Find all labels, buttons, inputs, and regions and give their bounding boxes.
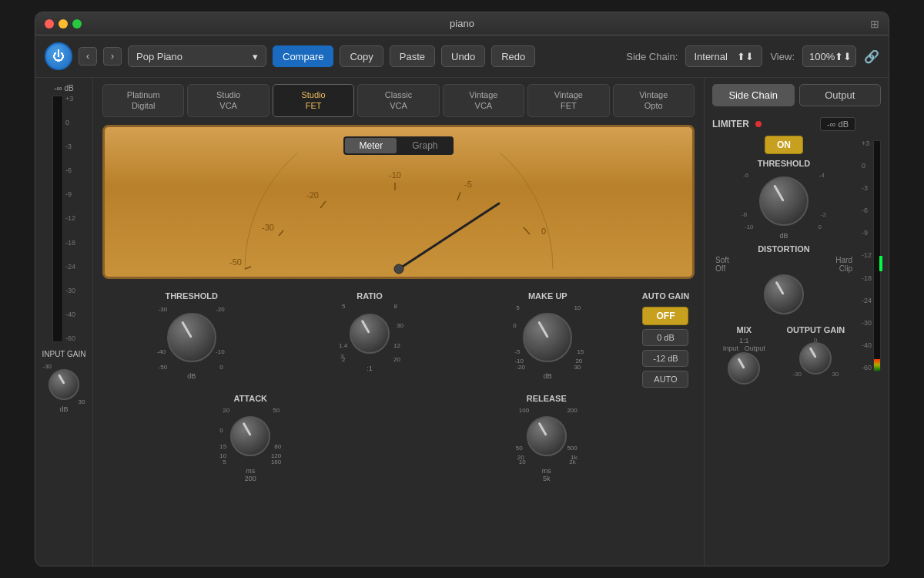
release-knob[interactable] [527, 416, 567, 456]
threshold-knob[interactable] [167, 313, 216, 362]
right-meter-column: +3 0 -3 -6 -9 -12 -18 -24 -30 -40 -60 [862, 117, 881, 385]
tab-platinum-digital[interactable]: Platinum Digital [102, 84, 184, 117]
ratio-label: RATIO [357, 291, 382, 301]
svg-line-3 [279, 230, 283, 236]
prev-preset-button[interactable]: ‹ [79, 47, 97, 66]
tab-vintage-vca[interactable]: Vintage VCA [443, 84, 524, 117]
makeup-unit: dB [544, 372, 552, 380]
toolbar-right: Side Chain: Internal ⬆⬇ View: 100% ⬆⬇ 🔗 [626, 45, 879, 67]
graph-toggle-btn[interactable]: Graph [398, 138, 451, 153]
vu-display: Meter Graph [102, 125, 695, 279]
tab-studio-fet[interactable]: Studio FET [273, 84, 354, 117]
side-chain-output-tabs: Side Chain Output [712, 84, 881, 106]
maximize-button[interactable] [72, 19, 82, 29]
distortion-knob[interactable] [764, 274, 804, 314]
attack-max: 200 [245, 475, 256, 482]
right-main: LIMITER -∞ dB ON THRESHOLD [712, 117, 881, 385]
limiter-row: LIMITER -∞ dB [712, 117, 855, 131]
title-bar: piano ⊞ [35, 12, 889, 35]
redo-button[interactable]: Redo [491, 45, 535, 67]
undo-button[interactable]: Undo [441, 45, 485, 67]
attack-release-row: ATTACK 20 50 80 120 160 15 10 5 0 [102, 391, 695, 486]
mix-output-label: Output [745, 344, 765, 352]
mix-ratio: 1:1 [739, 337, 749, 344]
distortion-label: DISTORTION [758, 244, 810, 254]
threshold-knob-ring: -30 -20 -40 -10 -50 0 [157, 303, 226, 372]
expand-icon[interactable]: ⊞ [870, 18, 879, 30]
compare-button[interactable]: Compare [273, 45, 333, 67]
attack-knob[interactable] [230, 416, 270, 456]
tab-vintage-opto[interactable]: Vintage Opto [613, 84, 695, 117]
svg-text:-10: -10 [389, 170, 401, 180]
meter-toggle-btn[interactable]: Meter [345, 138, 397, 153]
mix-label: MIX [737, 325, 752, 334]
minimize-button[interactable] [59, 19, 68, 29]
plugin-window: piano ⊞ ⏻ ‹ › Pop Piano ▾ Compare Copy P… [35, 12, 889, 566]
toolbar: ⏻ ‹ › Pop Piano ▾ Compare Copy Paste Und… [35, 35, 889, 78]
right-threshold-label: THRESHOLD [758, 159, 810, 168]
right-controls: LIMITER -∞ dB ON THRESHOLD [712, 117, 855, 385]
close-button[interactable] [45, 19, 54, 29]
side-chain-arrow: ⬆⬇ [737, 51, 754, 62]
tab-vintage-fet[interactable]: Vintage FET [527, 84, 609, 117]
input-meter-bar-left [52, 96, 63, 342]
mix-knob[interactable] [728, 352, 760, 385]
copy-button[interactable]: Copy [340, 45, 383, 67]
view-label: View: [770, 51, 795, 62]
side-chain-value: Internal [694, 51, 727, 62]
right-meter-fill [874, 359, 880, 371]
input-gain-knob-group: -30 30 dB [43, 363, 85, 413]
svg-text:-5: -5 [464, 180, 472, 189]
gain-neg12db-button[interactable]: -12 dB [642, 350, 688, 367]
svg-line-11 [524, 227, 530, 234]
threshold-group: THRESHOLD -30 -20 -40 -10 -50 0 dB [102, 291, 280, 380]
auto-gain-off-button[interactable]: OFF [642, 307, 688, 325]
tab-classic-vca[interactable]: Classic VCA [357, 84, 439, 117]
makeup-knob[interactable] [523, 313, 572, 362]
auto-gain-group: AUTO GAIN OFF 0 dB -12 dB AUTO [637, 291, 695, 388]
right-meter-accent [879, 256, 882, 271]
side-chain-label: Side Chain: [626, 51, 678, 62]
ratio-knob-ring: 5 8 12 3 2 1.4 20 30 [339, 303, 400, 365]
vu-arc-svg: -50 -30 -20 -10 -5 [199, 153, 599, 277]
output-gain-knob[interactable] [799, 342, 832, 375]
ratio-unit: :1 [367, 365, 373, 372]
tab-studio-vca[interactable]: Studio VCA [187, 84, 269, 117]
right-threshold-knob[interactable] [759, 176, 808, 226]
auto-button[interactable]: AUTO [642, 371, 688, 388]
window-title: piano [450, 18, 474, 29]
svg-text:-50: -50 [229, 257, 242, 267]
paste-button[interactable]: Paste [390, 45, 435, 67]
vu-display-inner: Meter Graph [105, 127, 692, 277]
vu-meter-toggle: Meter Graph [343, 136, 453, 155]
mix-input-label: Input [723, 344, 738, 352]
limiter-indicator [755, 121, 762, 127]
next-preset-button[interactable]: › [103, 47, 122, 66]
ratio-knob[interactable] [350, 314, 390, 354]
link-icon[interactable]: 🔗 [864, 49, 879, 64]
svg-text:-30: -30 [262, 223, 274, 232]
output-tab[interactable]: Output [799, 84, 882, 106]
svg-text:-20: -20 [306, 190, 319, 200]
input-gain-label: INPUT GAIN [42, 350, 85, 358]
release-label: RELEASE [527, 394, 567, 403]
traffic-lights [45, 19, 82, 29]
limiter-on-button[interactable]: ON [765, 136, 803, 154]
makeup-knob-ring: 5 10 15 20 30 -5 -10 -20 0 [513, 303, 582, 372]
right-threshold-group: THRESHOLD -6 -4 -8 -2 -10 0 dB [712, 159, 855, 240]
plugin-body: ⏻ ‹ › Pop Piano ▾ Compare Copy Paste Und… [35, 35, 889, 566]
side-chain-dropdown[interactable]: Internal ⬆⬇ [685, 45, 762, 67]
view-arrow: ⬆⬇ [835, 51, 852, 62]
view-dropdown[interactable]: 100% ⬆⬇ [802, 45, 856, 67]
left-column: -∞ dB +3 0 -3 -6 -9 -12 -18 -24 -30 [35, 78, 93, 566]
distortion-group: DISTORTION Soft Hard Off Clip [712, 244, 855, 314]
view-value: 100% [809, 51, 835, 62]
side-chain-tab[interactable]: Side Chain [712, 84, 795, 106]
preset-dropdown[interactable]: Pop Piano ▾ [128, 45, 266, 67]
svg-point-14 [394, 264, 403, 274]
input-gain-knob[interactable] [49, 369, 79, 400]
power-button[interactable]: ⏻ [45, 42, 72, 70]
gain-0db-button[interactable]: 0 dB [642, 329, 688, 346]
svg-line-13 [399, 203, 499, 269]
threshold-label: THRESHOLD [165, 291, 217, 301]
